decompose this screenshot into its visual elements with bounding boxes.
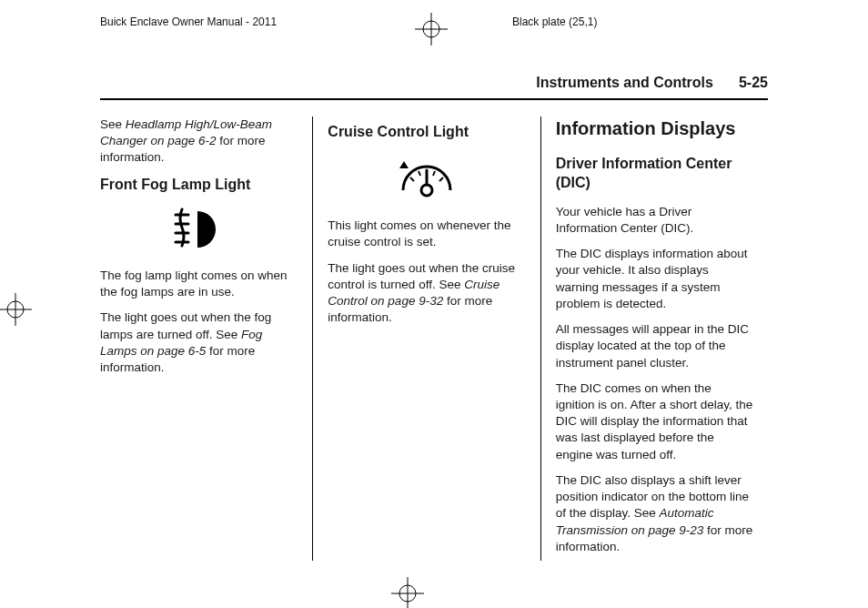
running-head: Instruments and Controls 5-25 bbox=[100, 73, 768, 100]
plate-label: Black plate (25,1) bbox=[512, 15, 597, 29]
body-text: This light comes on whenever the cruise … bbox=[328, 218, 525, 250]
body-text: The DIC also displays a shift lever posi… bbox=[556, 472, 753, 555]
heading-driver-information-center: Driver Information Center (DIC) bbox=[556, 154, 753, 193]
text: See bbox=[100, 117, 126, 131]
svg-line-16 bbox=[439, 177, 443, 181]
column-1: See Headlamp High/Low-Beam Changer on pa… bbox=[100, 117, 312, 561]
column-3: Information Displays Driver Information … bbox=[540, 117, 768, 561]
heading-information-displays: Information Displays bbox=[556, 117, 753, 141]
registration-mark-left-icon bbox=[0, 293, 32, 326]
heading-front-fog-lamp-light: Front Fog Lamp Light bbox=[100, 175, 298, 195]
doc-title: Buick Enclave Owner Manual - 2011 bbox=[100, 15, 277, 29]
svg-line-18 bbox=[433, 171, 435, 176]
body-text: The light goes out when the fog lamps ar… bbox=[100, 309, 298, 376]
svg-point-13 bbox=[421, 185, 432, 196]
body-text: All messages will appear in the DIC disp… bbox=[556, 321, 753, 371]
body-text: The DIC comes on when the ignition is on… bbox=[556, 380, 753, 463]
page-number: 5-25 bbox=[739, 73, 768, 93]
column-2: Cruise Control Light bbox=[312, 117, 540, 561]
svg-line-15 bbox=[410, 177, 414, 181]
page-frame: Instruments and Controls 5-25 See Headla… bbox=[100, 73, 768, 553]
body-text: The light goes out when the cruise contr… bbox=[328, 260, 525, 327]
section-title: Instruments and Controls bbox=[536, 73, 713, 93]
heading-cruise-control-light: Cruise Control Light bbox=[328, 122, 525, 142]
registration-mark-bottom-icon bbox=[391, 577, 424, 608]
body-text: The fog lamp light comes on when the fog… bbox=[100, 268, 298, 300]
fog-lamp-icon bbox=[100, 206, 298, 253]
svg-point-6 bbox=[399, 585, 416, 602]
text: The DIC also displays a shift lever posi… bbox=[556, 473, 749, 520]
body-text: Your vehicle has a Driver Information Ce… bbox=[556, 204, 753, 237]
registration-mark-top-icon bbox=[415, 13, 448, 46]
content-columns: See Headlamp High/Low-Beam Changer on pa… bbox=[100, 117, 768, 561]
intro-paragraph: See Headlamp High/Low-Beam Changer on pa… bbox=[100, 117, 298, 167]
svg-line-17 bbox=[419, 171, 420, 176]
svg-point-3 bbox=[7, 301, 24, 318]
body-text: The DIC displays information about your … bbox=[556, 246, 753, 312]
cruise-control-icon bbox=[328, 152, 525, 203]
svg-point-0 bbox=[423, 21, 439, 37]
